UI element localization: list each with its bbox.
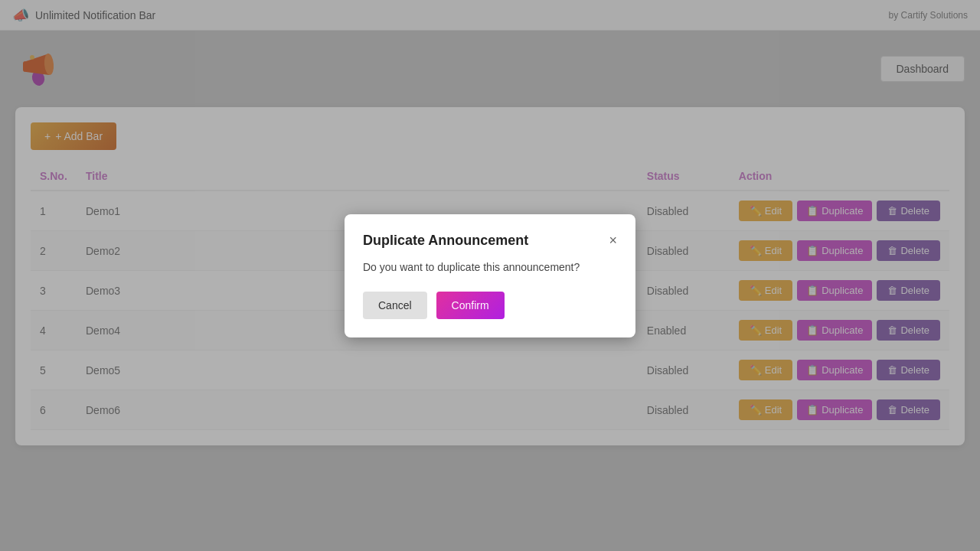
confirm-button[interactable]: Confirm (436, 292, 505, 319)
modal-body: Do you want to duplicate this announceme… (363, 261, 617, 273)
modal-overlay: Duplicate Announcement × Do you want to … (0, 0, 980, 551)
duplicate-modal: Duplicate Announcement × Do you want to … (345, 214, 635, 337)
cancel-button[interactable]: Cancel (363, 292, 427, 319)
modal-title: Duplicate Announcement (363, 233, 528, 249)
modal-header: Duplicate Announcement × (363, 233, 617, 249)
modal-close-button[interactable]: × (609, 233, 617, 247)
modal-footer: Cancel Confirm (363, 292, 617, 319)
